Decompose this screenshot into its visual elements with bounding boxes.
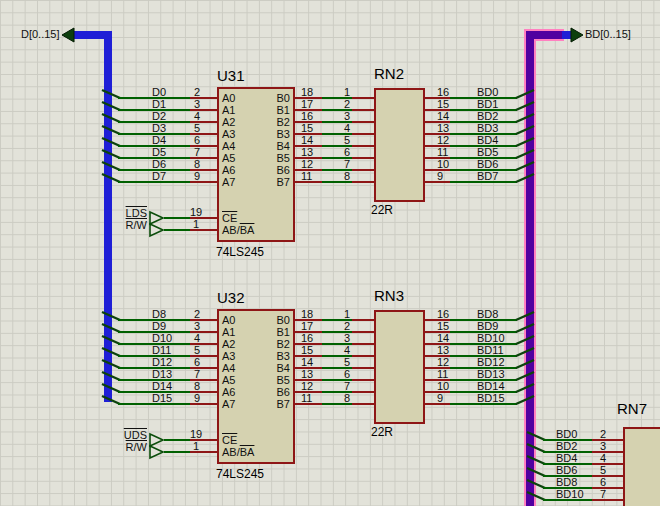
pin-number: 3 [594,440,612,452]
rnet-body-rn7[interactable] [623,427,660,506]
pin-number: 3 [188,98,206,110]
pin-name: B7 [256,176,290,188]
pin-number: 15 [437,98,449,110]
pin-name: B6 [256,386,290,398]
pin-number: 6 [340,146,354,158]
pin-number: 12 [301,380,313,392]
pin-number: 12 [437,134,449,146]
net-label: BD10 [556,488,584,500]
input-terminal-arrow[interactable] [150,434,163,446]
pin-number: 15 [301,122,313,134]
pin-number: 12 [301,158,313,170]
pin-number: 2 [188,308,206,320]
pin-number: 10 [437,380,449,392]
rnet-value-rn2: 22R [371,204,393,217]
pin-number: 1 [186,440,206,452]
pin-number: 11 [437,368,448,380]
pin-name: A2 [222,338,235,350]
pin-number: 2 [594,428,612,440]
net-label: D2 [152,110,166,122]
pin-number: 16 [437,86,449,98]
pin-number: 4 [188,332,206,344]
pin-number: 16 [301,110,313,122]
pin-name: CE [222,212,237,224]
pin-number: 4 [188,110,206,122]
pin-number: 1 [186,218,206,230]
net-label: BD0 [477,86,498,98]
pin-number: 8 [340,170,354,182]
pin-number: 5 [594,464,612,476]
pin-name: A3 [222,350,235,362]
pin-number: 13 [437,122,449,134]
terminal-label-part: LDS [126,207,147,219]
net-label: D1 [152,98,166,110]
pin-name: A3 [222,128,235,140]
net-label: BD9 [477,320,498,332]
pin-number: 19 [186,428,206,440]
net-label: D0 [152,86,166,98]
pin-number: 5 [188,344,206,356]
net-label: D14 [152,380,172,392]
input-terminal-arrow[interactable] [150,224,163,236]
pin-number: 4 [340,122,354,134]
pin-number: 3 [340,332,354,344]
pin-number: 15 [301,344,313,356]
rnet-ref-rn3: RN3 [374,288,404,304]
pin-name: A5 [222,152,235,164]
pin-number: 19 [186,206,206,218]
rnet-body-rn2[interactable] [374,88,425,202]
pin-number: 3 [340,110,354,122]
net-label: BD10 [477,332,505,344]
input-terminal-arrow[interactable] [150,212,163,224]
pin-number: 8 [340,392,354,404]
pin-name: B7 [256,398,290,410]
pin-number: 12 [437,356,449,368]
pin-name: A0 [222,314,235,326]
pin-number: 18 [301,308,313,320]
net-label: BD8 [556,476,577,488]
pin-name: A7 [222,176,235,188]
bus-terminal-arrow-left[interactable] [62,28,74,42]
pin-number: 7 [340,380,354,392]
pin-number: 9 [188,170,206,182]
net-label: BD15 [477,392,505,404]
pin-number: 14 [437,110,449,122]
pin-name: B1 [256,326,290,338]
pin-number: 4 [340,344,354,356]
pin-number: 6 [188,356,206,368]
net-label: D6 [152,158,166,170]
pin-number: 13 [437,344,449,356]
chip-ref-u31: U31 [217,68,245,84]
net-label: BD13 [477,368,505,380]
terminal-label-part: R/W [126,219,147,231]
pin-name: B3 [256,350,290,362]
pin-name: AB/BA [222,446,254,458]
pin-name: CE [222,434,237,446]
pin-number: 13 [301,368,313,380]
net-label: D15 [152,392,172,404]
bus-terminal-arrow-right[interactable] [571,28,583,42]
bus-label-d: D[0..15] [21,28,60,40]
pin-number: 11 [301,392,312,404]
net-label: D7 [152,170,166,182]
pin-name: A0 [222,92,235,104]
net-label: D10 [152,332,172,344]
input-terminal-arrow[interactable] [150,446,163,458]
pin-name: A4 [222,362,235,374]
terminal-label-part: UDS [124,429,147,441]
chip-part-u32: 74LS245 [216,468,264,481]
rnet-body-rn3[interactable] [374,310,425,424]
schematic-canvas: D[0..15] BD[0..15] U3174LS245D02A0D13A1D… [0,0,660,506]
pin-name: B6 [256,164,290,176]
bus-label-bd: BD[0..15] [585,28,631,40]
pin-name: A6 [222,164,235,176]
pin-number: 4 [594,452,612,464]
pin-number: 1 [340,308,354,320]
pin-number: 3 [188,320,206,332]
pin-name: A6 [222,386,235,398]
pin-number: 7 [594,488,612,500]
terminal-label-part: R/W [126,441,147,453]
pin-number: 10 [437,158,449,170]
pin-name: A1 [222,326,235,338]
pin-number: 14 [437,332,449,344]
